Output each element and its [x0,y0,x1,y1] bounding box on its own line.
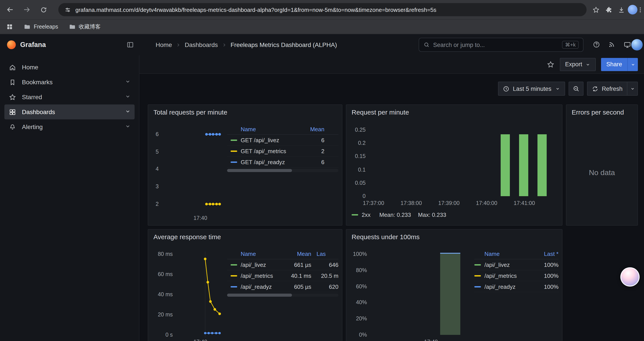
help-icon[interactable] [593,41,600,48]
table-row[interactable]: /api/_metrics 40.1 ms 20.5 m [227,270,338,281]
series-name[interactable]: GET /api/_readyz [241,159,285,165]
series-name[interactable]: /api/_readyz [241,283,282,290]
column-header-mean[interactable]: Mean [310,126,338,133]
column-header-name[interactable]: Name [241,126,256,133]
panel-requests-under-100ms: Requests under 100ms 100% 80% 60% 40% 20… [346,229,562,341]
legend-series[interactable]: 2xx [362,212,370,218]
column-header-last[interactable]: Last * [544,251,559,257]
rss-icon[interactable] [608,41,616,48]
sidebar-item-bookmarks[interactable]: Bookmarks [4,75,134,90]
table-row[interactable]: /api/_livez 661 µs 646 [227,259,338,270]
table-row[interactable]: /api/_readyz 605 µs 620 [227,281,338,292]
breadcrumb-home[interactable]: Home [156,41,172,48]
table-row[interactable]: /api/_metrics 100% [474,270,558,281]
export-button[interactable]: Export [560,58,596,71]
y-tick: 60 ms [151,271,173,278]
panel-request-per-minute: Request per minute 0.25 0.2 0.15 0.1 0.0… [346,104,562,226]
chevron-down-icon [555,86,560,91]
timeseries-chart [174,251,227,339]
refresh-interval-chevron[interactable] [627,82,638,95]
bookmark-label: Freeleaps [34,24,58,30]
home-icon [9,63,16,71]
chevron-down-icon[interactable] [124,93,131,100]
chevron-down-icon[interactable] [124,123,131,129]
y-tick: 60% [346,283,367,290]
address-bar[interactable]: grafana.mathmast.com/d/deytv4rwavabkb/fr… [58,3,586,16]
bookmark-star-icon[interactable] [590,4,602,15]
y-tick: 0.1 [346,166,366,173]
panel-title[interactable]: Total requests per minute [154,108,227,116]
table-row[interactable]: GET /api/_livez 6 [227,135,338,146]
scrollbar-thumb[interactable] [227,294,292,297]
share-label: Share [601,58,627,71]
series-color-green [352,214,358,215]
legend-mean: Mean: 0.233 [379,212,411,218]
browser-menu-icon[interactable] [636,4,644,15]
user-avatar[interactable] [631,39,643,51]
column-header-name[interactable]: Name [241,251,282,257]
sidebar-item-label: Bookmarks [22,79,52,86]
sidebar-toggle-icon[interactable] [126,41,134,49]
column-header-name[interactable]: Name [484,251,544,257]
breadcrumb-dashboards[interactable]: Dashboards [185,41,218,48]
monitor-icon[interactable] [624,41,631,49]
share-button[interactable]: Share [601,58,638,71]
table-row[interactable]: GET /api/_readyz 6 [227,157,338,168]
bookmark-folder-freeleaps[interactable]: Freeleaps [24,23,58,30]
series-name[interactable]: /api/_readyz [484,283,544,290]
series-name[interactable]: /api/_metrics [484,272,544,279]
sidebar-item-starred[interactable]: Starred [4,90,134,104]
table-row[interactable]: GET /api/_metrics 2 [227,146,338,157]
table-scrollbar[interactable] [227,294,338,297]
reload-icon[interactable] [38,4,49,15]
chevron-down-icon[interactable] [124,108,131,115]
column-header-last[interactable]: Las [316,251,338,257]
series-name[interactable]: /api/_metrics [241,272,282,279]
no-data-message: No data [566,169,638,177]
sidebar-item-dashboards[interactable]: Dashboards [4,104,134,119]
nav-sidebar: Home Bookmarks Starred Dashboards [0,55,140,341]
panel-title[interactable]: Request per minute [352,108,409,116]
y-tick: 100% [346,251,367,258]
folder-icon [68,23,76,30]
series-color-green [230,139,237,141]
search-input[interactable]: Search or jump to... ⌘+k [419,38,584,52]
folder-icon [24,23,31,30]
scrollbar-thumb[interactable] [227,169,292,172]
sidebar-item-alerting[interactable]: Alerting [4,119,134,134]
chevron-down-icon[interactable] [124,78,131,85]
forward-icon[interactable] [21,4,32,15]
back-icon[interactable] [4,4,16,15]
series-name[interactable]: /api/_livez [241,261,282,268]
apps-grid-icon[interactable] [6,23,13,30]
series-name[interactable]: /api/_livez [484,261,544,268]
table-scrollbar[interactable] [227,169,338,172]
share-menu-chevron[interactable] [627,58,638,71]
series-last: 646 [316,261,338,268]
download-icon[interactable] [616,4,627,15]
time-range-label: Last 5 minutes [513,85,552,92]
series-mean: 40.1 ms [282,272,311,279]
bookmark-folder-blogs[interactable]: 收藏博客 [68,23,100,31]
time-range-picker[interactable]: Last 5 minutes [498,82,565,96]
zoom-out-button[interactable] [568,82,583,96]
panel-avg-response-time: Average response time 80 ms 60 ms 40 ms … [148,229,342,341]
column-header-mean[interactable]: Mean [282,251,311,257]
site-settings-icon[interactable] [64,6,71,13]
panel-title[interactable]: Errors per second [572,108,624,116]
floating-avatar[interactable] [620,267,640,286]
x-tick: 17:39:00 [432,200,466,207]
series-name[interactable]: GET /api/_livez [241,137,279,143]
grafana-logo[interactable] [7,40,16,49]
refresh-button[interactable]: Refresh [587,82,638,96]
panel-title[interactable]: Requests under 100ms [352,233,420,240]
series-name[interactable]: GET /api/_metrics [241,148,286,154]
series-color-blue [230,161,237,163]
sidebar-item-home[interactable]: Home [4,60,134,75]
table-row[interactable]: /api/_readyz 100% [474,281,558,292]
extensions-icon[interactable] [603,4,615,15]
x-tick: 17:40 [418,338,444,341]
panel-title[interactable]: Average response time [154,233,221,240]
favorite-star-icon[interactable] [547,60,554,68]
table-row[interactable]: /api/_livez 100% [474,259,558,270]
